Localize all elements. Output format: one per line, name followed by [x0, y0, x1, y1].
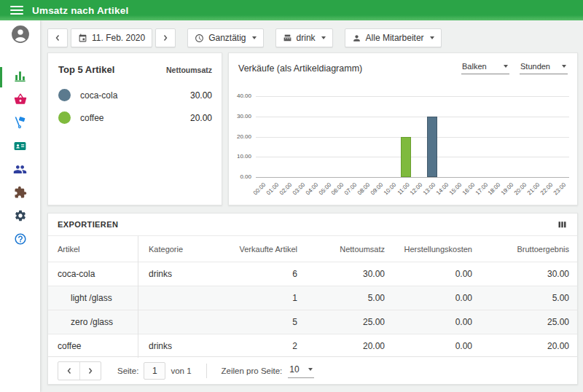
table-body: coca-coladrinks630.000.0030.00light /gla… [48, 262, 577, 358]
caret-down-icon [430, 36, 434, 39]
table-cell: 5.00 [482, 293, 579, 303]
category-filter-button[interactable]: drink [275, 28, 333, 47]
chart-x-tick-label: 21:00 [526, 181, 541, 197]
person-icon [352, 34, 361, 43]
chart-y-tick-label: 20.00 [229, 133, 251, 140]
chart-x-tick-label: 00:00 [252, 181, 267, 197]
sidebar-item-help[interactable] [0, 229, 40, 252]
table-cell: 30.00 [482, 269, 579, 279]
chart-x-tick-label: 17:00 [474, 181, 489, 197]
date-prev-button[interactable] [47, 28, 68, 47]
chart-gridline [256, 177, 569, 178]
column-divider [138, 236, 138, 358]
chart-x-tick-label: 13:00 [422, 181, 437, 197]
chart-interval-select[interactable]: Stunden [520, 60, 568, 74]
page-next-button[interactable] [79, 362, 101, 380]
help-icon [14, 232, 27, 248]
chart-type-select[interactable]: Balken [461, 60, 509, 74]
export-button[interactable]: EXPORTIEREN [58, 220, 118, 229]
menu-icon[interactable] [10, 6, 23, 15]
chart-x-tick-label: 04:00 [304, 181, 319, 197]
article-net-revenue: 20.00 [190, 113, 212, 123]
chart-x-tick-label: 20:00 [513, 181, 528, 197]
chevron-right-icon [163, 34, 168, 42]
chart-y-tick-label: 10.00 [229, 153, 251, 160]
top5-list-item: coca-cola30.00 [48, 84, 222, 106]
sidebar-item-customers[interactable] [0, 136, 40, 159]
top5-list-item: coffee20.00 [48, 106, 222, 129]
page-title: Umsatz nach Artikel [32, 5, 128, 16]
chevron-right-icon [87, 367, 93, 375]
sidebar-item-settings[interactable] [0, 205, 40, 229]
chart-title: Verkäufe (als Artikeldiagramm) [238, 63, 362, 74]
chart-bar-coca-cola[interactable] [427, 117, 437, 177]
chart-x-tick-label: 19:00 [500, 181, 515, 197]
chart-y-tick-label: 30.00 [229, 113, 251, 119]
table-panel: EXPORTIEREN ArtikelKategorieVerkaufte Ar… [47, 213, 578, 385]
table-cell: 25.00 [482, 317, 579, 327]
sidebar-item-inventory[interactable] [0, 112, 40, 136]
chart-type-value: Balken [462, 62, 487, 71]
chart-x-tick-label: 12:00 [409, 181, 424, 197]
page-prev-button[interactable] [58, 362, 79, 380]
rows-per-page-value: 10 [289, 364, 299, 375]
sidebar-item-staff[interactable] [0, 159, 40, 182]
sidebar-item-profile[interactable] [0, 22, 40, 50]
date-button[interactable]: 11. Feb. 2020 [71, 28, 152, 47]
column-header: Herstellungskosten [394, 245, 482, 254]
date-next-button[interactable] [155, 28, 176, 47]
gear-icon [14, 209, 27, 225]
sidebar-item-reports[interactable] [0, 66, 40, 89]
page-label: Seite: [117, 366, 138, 375]
column-header: Bruttoergebnis [482, 245, 579, 254]
chart-x-tick-label: 02:00 [278, 181, 294, 197]
table-cell: 20.00 [307, 341, 394, 351]
table-row: light /glass15.000.005.00 [48, 286, 577, 310]
top5-title: Top 5 Artikel [58, 64, 114, 75]
table-cell: light /glass [48, 293, 138, 303]
column-header: Artikel [48, 245, 138, 254]
article-name: coffee [80, 113, 103, 123]
time-filter-button[interactable]: Ganztätig [187, 28, 263, 47]
chart-x-tick-label: 18:00 [487, 181, 502, 197]
chart-area: 0.0010.0020.0030.0040.0000:0001:0002:000… [229, 86, 577, 205]
chart-x-tick-label: 23:00 [552, 181, 568, 197]
caret-down-icon [252, 36, 257, 39]
chart-gridline [256, 137, 569, 138]
table-row: zero /glass525.000.0025.00 [48, 310, 577, 334]
article-color-dot [58, 89, 71, 101]
chart-x-tick-label: 06:00 [330, 181, 345, 197]
column-header: Kategorie [138, 245, 219, 254]
chart-x-tick-label: 01:00 [265, 181, 281, 197]
caret-down-icon [321, 36, 326, 39]
sidebar-item-extensions[interactable] [0, 182, 40, 205]
table-cell: 25.00 [307, 317, 394, 327]
app-header: Umsatz nach Artikel [0, 0, 583, 20]
table-cell: 1 [219, 293, 307, 303]
sidebar-item-articles[interactable] [0, 89, 40, 112]
chevron-left-icon [55, 34, 60, 42]
column-header: Nettoumsatz [307, 245, 394, 254]
chart-bar-coffee[interactable] [401, 137, 411, 178]
hand-truck-icon [13, 116, 27, 133]
staff-filter-button[interactable]: Alle Mitarbeiter [345, 28, 442, 47]
table-cell: 0.00 [394, 269, 482, 279]
view-columns-icon[interactable] [557, 219, 568, 230]
table-cell: drinks [138, 341, 219, 351]
chart-x-tick-label: 09:00 [369, 181, 385, 197]
rows-per-page-select[interactable]: 10 [288, 363, 313, 378]
avatar-icon [11, 25, 30, 47]
date-label: 11. Feb. 2020 [92, 33, 145, 43]
table-row[interactable]: coffeedrinks220.000.0020.00 [48, 334, 577, 358]
caret-down-icon [504, 65, 508, 68]
table-cell: drinks [138, 269, 219, 279]
table-cell: 0.00 [394, 317, 482, 327]
page-number-input[interactable] [144, 362, 165, 380]
time-filter-label: Ganztätig [208, 33, 246, 43]
page-of-label: von 1 [171, 366, 191, 375]
chart-y-tick-label: 0.00 [229, 173, 251, 180]
chart-x-tick-label: 07:00 [343, 181, 359, 197]
table-row[interactable]: coca-coladrinks630.000.0030.00 [48, 262, 577, 286]
table-cell: 0.00 [394, 341, 482, 351]
table-cell: 20.00 [482, 341, 579, 351]
